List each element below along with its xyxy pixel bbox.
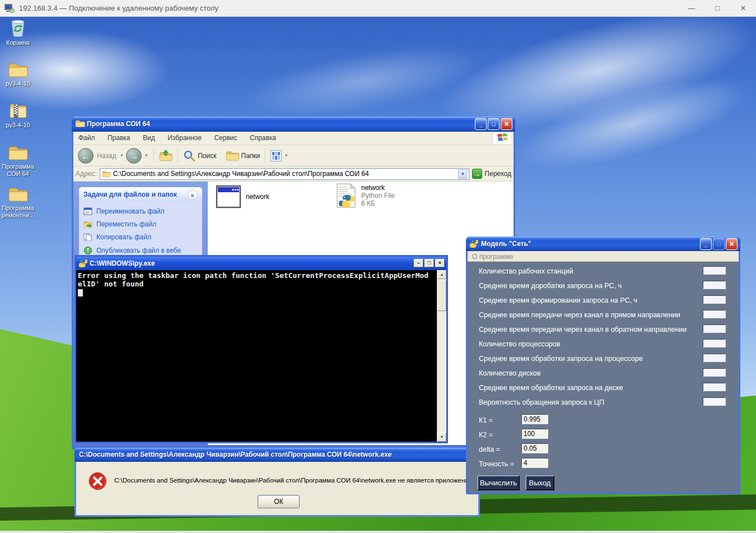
error-dialog: C:\Documents and Settings\Александр Чива… bbox=[74, 448, 480, 517]
param-input[interactable] bbox=[703, 339, 726, 347]
folders-label[interactable]: Папки bbox=[241, 152, 260, 160]
param-input[interactable] bbox=[703, 354, 726, 362]
rdp-minimize-button[interactable]: — bbox=[679, 0, 704, 17]
model-minimize-button[interactable]: _ bbox=[700, 238, 712, 250]
menu-favorites[interactable]: Избранное bbox=[162, 132, 207, 145]
console-minimize-button[interactable]: – bbox=[414, 259, 423, 267]
param-input[interactable] bbox=[703, 310, 726, 318]
coef-input-delta[interactable] bbox=[521, 443, 548, 453]
task-label: Переместить файл bbox=[96, 220, 156, 228]
go-button[interactable]: → Переход bbox=[472, 169, 511, 179]
back-button[interactable]: ← bbox=[78, 148, 94, 164]
console-close-button[interactable]: × bbox=[435, 259, 445, 267]
menu-edit[interactable]: Правка bbox=[102, 132, 136, 145]
explorer-close-button[interactable]: ✕ bbox=[501, 118, 512, 130]
error-dialog-title: C:\Documents and Settings\Александр Чива… bbox=[79, 448, 391, 462]
param-input[interactable] bbox=[703, 368, 726, 377]
console-line: Error using the taskbar icon patch funct… bbox=[78, 271, 435, 280]
menu-help[interactable]: Справка bbox=[245, 132, 281, 145]
console-titlebar[interactable]: C:\WINDOWS\py.exe – □ × bbox=[76, 257, 446, 270]
explorer-menubar: Файл Правка Вид Избранное Сервис Справка bbox=[73, 132, 514, 145]
scroll-up-arrow[interactable]: ▲ bbox=[437, 270, 446, 279]
scroll-down-arrow[interactable]: ▼ bbox=[437, 433, 446, 442]
param-input[interactable] bbox=[703, 266, 726, 275]
file-type: Python File bbox=[361, 192, 395, 200]
search-icon[interactable] bbox=[183, 150, 195, 162]
coef-label-precision: Точность = bbox=[479, 460, 514, 468]
task-copy-file[interactable]: Копировать файл bbox=[83, 233, 198, 241]
file-tasks-panel: Задачи для файлов и папок « Переименоват… bbox=[79, 187, 202, 260]
python-icon bbox=[78, 259, 87, 268]
screen: ↻ 192.168.3.4 — Подключение к удаленному… bbox=[0, 0, 756, 533]
coef-input-k2[interactable] bbox=[521, 429, 548, 439]
coef-input-k1[interactable] bbox=[521, 414, 548, 424]
address-input[interactable]: C:\Documents and Settings\Александр Чива… bbox=[100, 168, 470, 180]
param-label: Среднее время обработки запроса на диске bbox=[479, 384, 623, 392]
desktop-icon-folder-ru3-4-10[interactable]: ру3-4-10 bbox=[0, 62, 36, 87]
file-tasks-header[interactable]: Задачи для файлов и папок « bbox=[79, 187, 202, 202]
menu-tools[interactable]: Сервис bbox=[209, 132, 242, 145]
task-rename-file[interactable]: Переименовать файл bbox=[83, 207, 198, 215]
search-label[interactable]: Поиск bbox=[198, 152, 216, 160]
rdp-window-title: 192.168.3.4 — Подключение к удаленному р… bbox=[19, 0, 218, 17]
desktop-icon-programma-remontni[interactable]: Программа ремонтни... bbox=[0, 186, 36, 219]
param-input[interactable] bbox=[703, 397, 726, 406]
model-title: Модель "Сеть" bbox=[481, 237, 531, 252]
file-item-network-py[interactable]: network Python File 6 КБ bbox=[335, 183, 395, 208]
back-dropdown-caret[interactable]: ▼ bbox=[119, 153, 124, 158]
explorer-minimize-button[interactable]: _ bbox=[475, 118, 487, 130]
file-tasks-title: Задачи для файлов и папок bbox=[83, 191, 177, 198]
address-dropdown-button[interactable]: ▼ bbox=[458, 169, 467, 179]
error-dialog-titlebar[interactable]: C:\Documents and Settings\Александр Чива… bbox=[74, 448, 480, 462]
param-input[interactable] bbox=[703, 281, 726, 289]
open-folder-icon bbox=[75, 119, 85, 128]
rdp-close-button[interactable]: ✕ bbox=[730, 0, 756, 17]
folder-icon bbox=[8, 186, 28, 203]
go-arrow-icon: → bbox=[472, 169, 482, 179]
coef-input-precision[interactable] bbox=[521, 458, 548, 468]
go-label: Переход bbox=[484, 170, 511, 178]
calculate-button[interactable]: Вычислить bbox=[477, 475, 520, 490]
param-label: Среднее время формирования запроса на РС… bbox=[479, 296, 637, 304]
menu-view[interactable]: Вид bbox=[138, 132, 160, 145]
menu-file[interactable]: Файл bbox=[73, 132, 100, 145]
exit-button[interactable]: Выход bbox=[525, 475, 554, 490]
ok-button[interactable]: ОК bbox=[258, 495, 300, 508]
model-maximize-button[interactable]: □ bbox=[713, 238, 725, 250]
forward-button[interactable]: → bbox=[126, 148, 142, 164]
desktop-icon-label: Программа СОИ 64 bbox=[0, 163, 36, 178]
views-button[interactable] bbox=[270, 150, 282, 161]
explorer-maximize-button[interactable]: □ bbox=[488, 118, 500, 130]
param-input[interactable] bbox=[703, 383, 726, 391]
publish-globe-icon bbox=[83, 246, 92, 254]
task-move-file[interactable]: Переместить файл bbox=[83, 220, 198, 228]
file-item-network-exe[interactable]: network bbox=[216, 185, 269, 208]
menu-about[interactable]: О программе bbox=[468, 252, 517, 262]
python-file-icon bbox=[335, 183, 357, 208]
desktop-icon-label: Программа ремонтни... bbox=[0, 205, 36, 219]
console-scrollbar[interactable]: ▲ ▼ bbox=[437, 270, 446, 442]
param-label: Среднее время передачи через канал в пря… bbox=[479, 311, 680, 319]
param-input[interactable] bbox=[703, 325, 726, 333]
model-titlebar[interactable]: Модель "Сеть" _ □ ✕ bbox=[466, 237, 740, 251]
desktop-icon-programma-soi-64[interactable]: Программа СОИ 64 bbox=[0, 145, 36, 178]
folders-icon[interactable] bbox=[226, 150, 239, 161]
console-maximize-button[interactable]: □ bbox=[424, 259, 434, 267]
param-input[interactable] bbox=[703, 295, 726, 304]
back-label: Назад bbox=[97, 152, 116, 160]
model-close-button[interactable]: ✕ bbox=[726, 238, 738, 250]
up-folder-button[interactable] bbox=[159, 149, 172, 163]
forward-dropdown-caret[interactable]: ▼ bbox=[144, 153, 148, 158]
collapse-chevron-button[interactable]: « bbox=[188, 189, 198, 200]
desktop-icon-zip-ru3-4-10[interactable]: ру3-4-10 bbox=[0, 102, 36, 129]
explorer-titlebar[interactable]: Программа СОИ 64 _ □ ✕ bbox=[72, 117, 515, 132]
param-label: Вероятность обращения запроса к ЦП bbox=[479, 398, 604, 406]
task-publish-file[interactable]: Опубликовать файл в вебе bbox=[83, 246, 198, 254]
rdp-maximize-button[interactable]: □ bbox=[704, 0, 730, 17]
views-dropdown-caret[interactable]: ▼ bbox=[284, 153, 288, 158]
desktop-icon-recycle-bin[interactable]: Корзина bbox=[0, 20, 36, 47]
windows-flag-icon bbox=[492, 133, 511, 144]
address-path: C:\Documents and Settings\Александр Чива… bbox=[113, 170, 456, 178]
scrollbar-thumb[interactable] bbox=[437, 280, 446, 311]
param-label: Среднее время обработки запроса на проце… bbox=[479, 355, 643, 363]
